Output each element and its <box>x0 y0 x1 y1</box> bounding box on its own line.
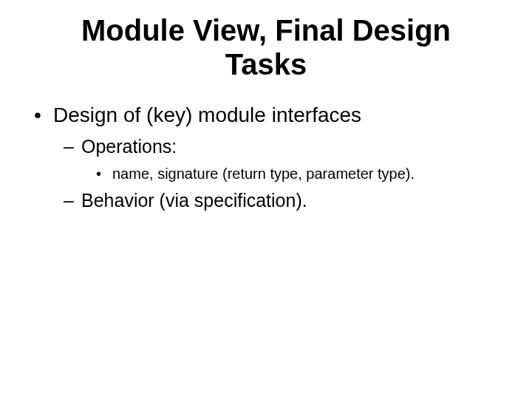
bullet-list: Design of (key) module interfaces Operat… <box>22 102 510 213</box>
slide-title: Module View, Final Design Tasks <box>52 13 480 81</box>
slide: Module View, Final Design Tasks Design o… <box>0 0 532 399</box>
list-item: name, signature (return type, parameter … <box>22 164 510 183</box>
list-item: Design of (key) module interfaces <box>22 102 510 128</box>
list-item: Behavior (via specification). <box>22 189 510 212</box>
list-item: Operations: <box>22 135 510 158</box>
